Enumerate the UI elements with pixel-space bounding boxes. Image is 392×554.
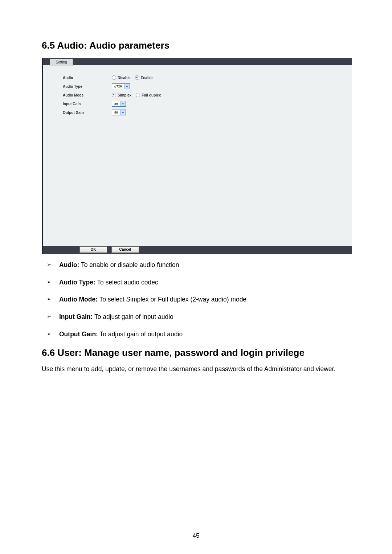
section-6-6-heading: 6.6 User: Manage user name, password and… [42,347,350,358]
radio-dot-icon [112,75,116,80]
radio-dot-icon [136,93,140,97]
bullet-term: Output Gain: [59,331,98,338]
row-audio-type: Audio Type g726 [63,82,352,91]
chevron-down-icon [120,110,126,115]
radio-mode-simplex[interactable]: Simplex [112,93,131,97]
cancel-button[interactable]: Cancel [111,246,139,253]
bullet-term: Audio: [59,261,79,268]
row-audio: Audio Disable Enable [63,73,352,82]
radio-label: Full duplex [142,93,161,97]
bullet-text: To adjust gain of input audio [93,313,173,320]
label-output-gain: Output Gain [63,111,112,115]
bullet-text: To select Simplex or Full duplex (2-way … [98,296,246,303]
label-input-gain: Input Gain [63,102,112,106]
radio-dot-icon [112,93,116,97]
chevron-down-icon [124,84,130,89]
label-audio-type: Audio Type [63,85,112,89]
radio-mode-fullduplex[interactable]: Full duplex [136,93,161,97]
select-value: 80 [112,110,120,115]
radio-audio-enable[interactable]: Enable [135,75,153,80]
radio-label: Simplex [118,93,131,97]
chevron-down-icon [120,101,126,106]
list-item: Audio Type: To select audio codec [47,278,350,287]
section-6-5-heading: 6.5 Audio: Audio parameters [42,40,350,51]
bullet-text: To adjust gain of output audio [98,331,183,338]
bullet-text: To select audio codec [95,279,158,286]
section-6-6-body: Use this menu to add, update, or remove … [42,365,350,374]
select-output-gain[interactable]: 80 [112,110,126,115]
ok-button[interactable]: OK [79,246,107,253]
list-item: Audio: To enable or disable audio functi… [47,261,350,270]
label-audio-mode: Audio Mode [63,93,112,97]
row-input-gain: Input Gain 80 [63,99,352,108]
page-number: 45 [0,532,392,539]
bullet-term: Input Gain: [59,313,93,320]
select-value: g726 [112,84,124,89]
bottom-dark-bar: OK Cancel [43,246,352,254]
radio-label: Disable [118,76,131,80]
list-item: Output Gain: To adjust gain of output au… [47,330,350,339]
row-audio-mode: Audio Mode Simplex Full duplex [63,91,352,99]
radio-label: Enable [141,76,153,80]
radio-audio-disable[interactable]: Disable [112,75,131,80]
bullet-term: Audio Type: [59,279,95,286]
radio-dot-icon [135,75,139,80]
select-input-gain[interactable]: 80 [112,101,126,107]
tab-setting[interactable]: Setting [50,59,73,66]
list-item: Input Gain: To adjust gain of input audi… [47,313,350,321]
settings-screenshot: Setting Audio Disable Enable Au [42,58,352,254]
row-output-gain: Output Gain 80 [63,108,352,117]
bullet-term: Audio Mode: [59,296,98,303]
bullet-text: To enable or disable audio function [79,261,179,268]
settings-panel: Audio Disable Enable Audio Type [43,65,352,246]
label-audio: Audio [63,76,112,80]
select-value: 80 [112,101,120,106]
top-dark-bar [43,58,352,65]
bullet-list: Audio: To enable or disable audio functi… [47,261,350,338]
select-audio-type[interactable]: g726 [112,83,130,89]
list-item: Audio Mode: To select Simplex or Full du… [47,295,350,304]
